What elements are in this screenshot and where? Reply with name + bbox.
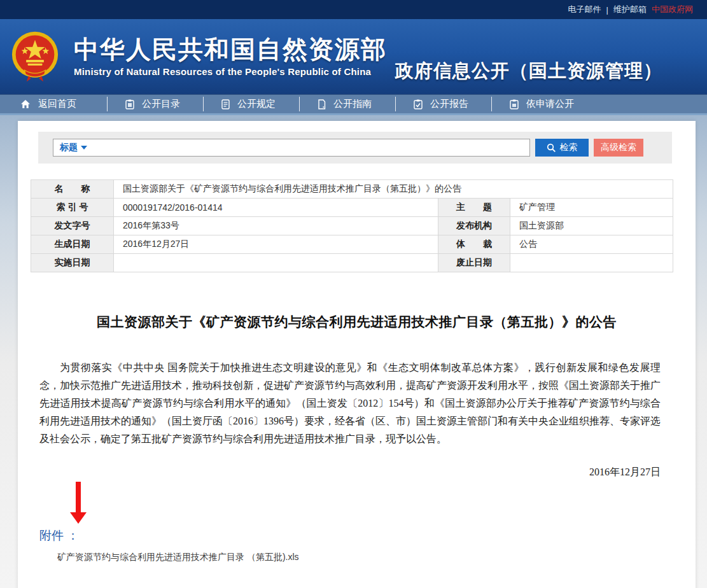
document-meta-table: 名 称 国土资源部关于《矿产资源节约与综合利用先进适用技术推广目录（第五批）》的… [31,179,673,272]
email-link[interactable]: 电子邮件 [568,4,601,15]
attachment-file-link[interactable]: 矿产资源节约与综合利用先进适用技术推广目录 （第五批).xls [57,552,696,563]
table-row: 实施日期 废止日期 [31,254,673,272]
org-name-cn: 中华人民共和国自然资源部 [74,36,387,64]
org-name-en: Ministry of Natural Resources of the Peo… [74,66,387,77]
document-icon [318,99,326,109]
national-emblem-logo [9,29,61,84]
search-button-label: 检索 [560,142,578,153]
search-field-selector[interactable]: 标题 [53,142,94,153]
topbar: 电子邮件 | 维护邮箱 中国政府网 [0,0,707,19]
meta-label: 生成日期 [31,235,114,254]
nav-item-report[interactable]: 公开报告 [396,95,491,113]
nav-item-guide[interactable]: 公开指南 [300,95,395,113]
attachment-label: 附件 ： [39,528,696,544]
article-date: 2016年12月27日 [18,466,661,479]
chevron-down-icon [81,146,87,150]
nav-item-label: 公开规定 [237,98,276,110]
brand[interactable]: 中华人民共和国自然资源部 Ministry of Natural Resourc… [9,29,387,84]
gov-site-link[interactable]: 中国政府网 [652,4,693,15]
clipboard-icon [125,99,134,109]
search-icon [547,143,556,153]
meta-value: 矿产管理 [510,199,673,217]
nav-item-label: 依申请公开 [526,98,574,110]
nav-item-home[interactable]: 返回首页 [0,95,107,113]
meta-value: 2016年第33号 [114,217,438,235]
meta-label: 发文字号 [31,217,114,235]
nav-item-catalog[interactable]: 公开目录 [108,95,203,113]
nav-item-label: 公开目录 [142,98,180,110]
meta-label: 体 裁 [438,235,510,254]
nav-item-apply[interactable]: 依申请公开 [492,95,592,113]
home-icon [20,99,31,109]
main-nav: 返回首页 公开目录 公开规定 公开指南 公开报告 依申请公开 [0,94,707,115]
meta-value [114,254,438,272]
table-row: 名 称 国土资源部关于《矿产资源节约与综合利用先进适用技术推广目录（第五批）》的… [31,180,673,199]
meta-value [510,254,673,272]
clipboard-icon [510,99,519,109]
meta-label: 发布机构 [438,217,510,235]
clipboard-check-icon [414,99,423,109]
content-wrap: 标题 检索 高级检索 名 称 国土资源部关于《矿产资源节约与综合利用先进适用技术… [0,115,707,588]
page-title: 政府信息公开（国土资源管理） [395,59,662,84]
search-field-label: 标题 [60,142,78,153]
site-header: 中华人民共和国自然资源部 Ministry of Natural Resourc… [0,19,707,94]
table-row: 生成日期 2016年12月27日 体 裁 公告 [31,235,673,254]
document-lines-icon [221,99,230,109]
advanced-search-label: 高级检索 [601,142,636,153]
search-bar: 标题 检索 高级检索 [38,132,672,164]
meta-value: 公告 [510,235,673,254]
nav-item-label: 返回首页 [38,98,76,110]
mailbox-link[interactable]: 维护邮箱 [613,4,647,15]
nav-item-rules[interactable]: 公开规定 [204,95,299,113]
search-button[interactable]: 检索 [535,139,589,157]
meta-label: 主 题 [438,199,510,217]
table-row: 索 引 号 0000191742/2016-01414 主 题 矿产管理 [31,199,673,217]
meta-label: 实施日期 [31,254,114,272]
table-row: 发文字号 2016年第33号 发布机构 国土资源部 [31,217,673,235]
nav-item-label: 公开报告 [430,98,468,110]
advanced-search-button[interactable]: 高级检索 [594,139,643,157]
search-input[interactable] [94,139,529,156]
meta-value: 国土资源部关于《矿产资源节约与综合利用先进适用技术推广目录（第五批）》的公告 [114,180,673,199]
content-box: 标题 检索 高级检索 名 称 国土资源部关于《矿产资源节约与综合利用先进适用技术… [18,121,696,588]
meta-value: 2016年12月27日 [114,235,438,254]
article-title: 国土资源部关于《矿产资源节约与综合利用先进适用技术推广目录（第五批）》的公告 [18,313,696,331]
nav-item-label: 公开指南 [333,98,372,110]
meta-label: 名 称 [31,180,114,199]
topbar-divider: | [606,5,608,15]
download-arrow-icon [70,482,87,524]
brand-text: 中华人民共和国自然资源部 Ministry of Natural Resourc… [74,36,387,77]
meta-label: 废止日期 [438,254,510,272]
search-input-wrap: 标题 [53,139,530,157]
article-body: 为贯彻落实《中共中央 国务院关于加快推进生态文明建设的意见》和《生态文明体制改革… [39,359,661,448]
meta-label: 索 引 号 [31,199,114,217]
meta-value: 国土资源部 [510,217,673,235]
meta-value: 0000191742/2016-01414 [114,199,438,217]
